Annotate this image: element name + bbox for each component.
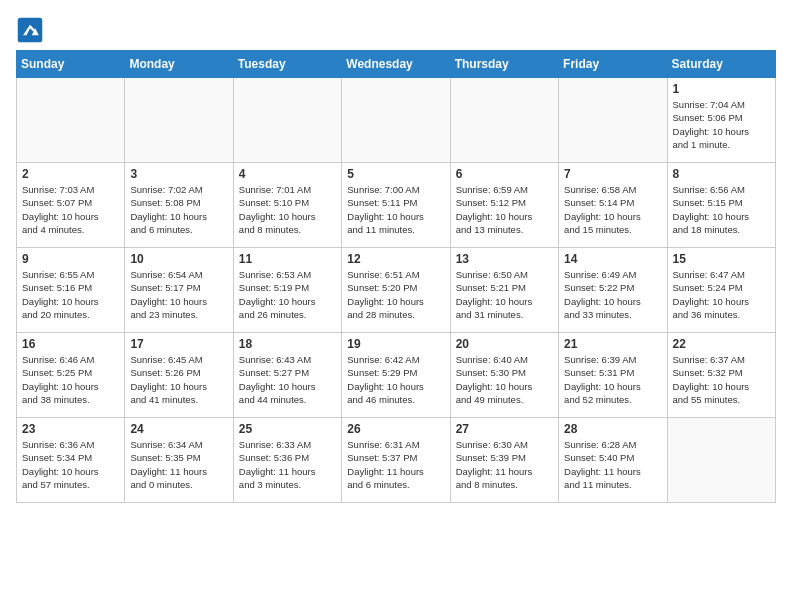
calendar-cell: 6Sunrise: 6:59 AMSunset: 5:12 PMDaylight… xyxy=(450,163,558,248)
day-number: 9 xyxy=(22,252,119,266)
day-number: 5 xyxy=(347,167,444,181)
day-number: 20 xyxy=(456,337,553,351)
day-info: Sunrise: 6:54 AMSunset: 5:17 PMDaylight:… xyxy=(130,268,227,321)
weekday-header-saturday: Saturday xyxy=(667,51,775,78)
calendar-cell: 21Sunrise: 6:39 AMSunset: 5:31 PMDayligh… xyxy=(559,333,667,418)
calendar-week-row: 9Sunrise: 6:55 AMSunset: 5:16 PMDaylight… xyxy=(17,248,776,333)
day-info: Sunrise: 6:40 AMSunset: 5:30 PMDaylight:… xyxy=(456,353,553,406)
day-number: 12 xyxy=(347,252,444,266)
calendar-cell xyxy=(17,78,125,163)
calendar-cell: 7Sunrise: 6:58 AMSunset: 5:14 PMDaylight… xyxy=(559,163,667,248)
calendar-cell: 5Sunrise: 7:00 AMSunset: 5:11 PMDaylight… xyxy=(342,163,450,248)
calendar-cell: 8Sunrise: 6:56 AMSunset: 5:15 PMDaylight… xyxy=(667,163,775,248)
day-number: 15 xyxy=(673,252,770,266)
day-info: Sunrise: 6:28 AMSunset: 5:40 PMDaylight:… xyxy=(564,438,661,491)
weekday-header-thursday: Thursday xyxy=(450,51,558,78)
calendar-cell xyxy=(450,78,558,163)
calendar-cell xyxy=(125,78,233,163)
day-info: Sunrise: 7:02 AMSunset: 5:08 PMDaylight:… xyxy=(130,183,227,236)
day-number: 27 xyxy=(456,422,553,436)
calendar-cell: 1Sunrise: 7:04 AMSunset: 5:06 PMDaylight… xyxy=(667,78,775,163)
day-info: Sunrise: 6:56 AMSunset: 5:15 PMDaylight:… xyxy=(673,183,770,236)
day-number: 14 xyxy=(564,252,661,266)
calendar-cell xyxy=(667,418,775,503)
day-number: 22 xyxy=(673,337,770,351)
day-number: 10 xyxy=(130,252,227,266)
weekday-header-wednesday: Wednesday xyxy=(342,51,450,78)
weekday-header-monday: Monday xyxy=(125,51,233,78)
day-number: 2 xyxy=(22,167,119,181)
day-info: Sunrise: 6:43 AMSunset: 5:27 PMDaylight:… xyxy=(239,353,336,406)
day-info: Sunrise: 6:53 AMSunset: 5:19 PMDaylight:… xyxy=(239,268,336,321)
calendar-cell: 11Sunrise: 6:53 AMSunset: 5:19 PMDayligh… xyxy=(233,248,341,333)
calendar-cell: 9Sunrise: 6:55 AMSunset: 5:16 PMDaylight… xyxy=(17,248,125,333)
calendar-cell: 3Sunrise: 7:02 AMSunset: 5:08 PMDaylight… xyxy=(125,163,233,248)
calendar-cell: 14Sunrise: 6:49 AMSunset: 5:22 PMDayligh… xyxy=(559,248,667,333)
logo-icon xyxy=(16,16,44,44)
day-info: Sunrise: 6:36 AMSunset: 5:34 PMDaylight:… xyxy=(22,438,119,491)
weekday-header-friday: Friday xyxy=(559,51,667,78)
calendar-cell: 12Sunrise: 6:51 AMSunset: 5:20 PMDayligh… xyxy=(342,248,450,333)
page-container: SundayMondayTuesdayWednesdayThursdayFrid… xyxy=(16,16,776,503)
day-info: Sunrise: 6:49 AMSunset: 5:22 PMDaylight:… xyxy=(564,268,661,321)
calendar-cell: 13Sunrise: 6:50 AMSunset: 5:21 PMDayligh… xyxy=(450,248,558,333)
calendar-cell: 2Sunrise: 7:03 AMSunset: 5:07 PMDaylight… xyxy=(17,163,125,248)
day-info: Sunrise: 7:03 AMSunset: 5:07 PMDaylight:… xyxy=(22,183,119,236)
day-info: Sunrise: 6:30 AMSunset: 5:39 PMDaylight:… xyxy=(456,438,553,491)
day-number: 3 xyxy=(130,167,227,181)
calendar-cell: 27Sunrise: 6:30 AMSunset: 5:39 PMDayligh… xyxy=(450,418,558,503)
day-number: 28 xyxy=(564,422,661,436)
calendar-cell: 25Sunrise: 6:33 AMSunset: 5:36 PMDayligh… xyxy=(233,418,341,503)
calendar-cell: 20Sunrise: 6:40 AMSunset: 5:30 PMDayligh… xyxy=(450,333,558,418)
calendar-cell: 19Sunrise: 6:42 AMSunset: 5:29 PMDayligh… xyxy=(342,333,450,418)
day-info: Sunrise: 6:33 AMSunset: 5:36 PMDaylight:… xyxy=(239,438,336,491)
calendar-cell: 4Sunrise: 7:01 AMSunset: 5:10 PMDaylight… xyxy=(233,163,341,248)
day-number: 26 xyxy=(347,422,444,436)
calendar-cell: 26Sunrise: 6:31 AMSunset: 5:37 PMDayligh… xyxy=(342,418,450,503)
day-number: 8 xyxy=(673,167,770,181)
calendar-table: SundayMondayTuesdayWednesdayThursdayFrid… xyxy=(16,50,776,503)
svg-rect-0 xyxy=(18,18,43,43)
day-info: Sunrise: 6:50 AMSunset: 5:21 PMDaylight:… xyxy=(456,268,553,321)
calendar-week-row: 2Sunrise: 7:03 AMSunset: 5:07 PMDaylight… xyxy=(17,163,776,248)
day-info: Sunrise: 6:58 AMSunset: 5:14 PMDaylight:… xyxy=(564,183,661,236)
calendar-week-row: 1Sunrise: 7:04 AMSunset: 5:06 PMDaylight… xyxy=(17,78,776,163)
day-info: Sunrise: 6:37 AMSunset: 5:32 PMDaylight:… xyxy=(673,353,770,406)
calendar-cell xyxy=(342,78,450,163)
weekday-header-tuesday: Tuesday xyxy=(233,51,341,78)
calendar-cell: 24Sunrise: 6:34 AMSunset: 5:35 PMDayligh… xyxy=(125,418,233,503)
day-number: 7 xyxy=(564,167,661,181)
day-number: 6 xyxy=(456,167,553,181)
day-number: 19 xyxy=(347,337,444,351)
logo xyxy=(16,16,48,44)
day-info: Sunrise: 6:45 AMSunset: 5:26 PMDaylight:… xyxy=(130,353,227,406)
day-number: 16 xyxy=(22,337,119,351)
day-info: Sunrise: 6:31 AMSunset: 5:37 PMDaylight:… xyxy=(347,438,444,491)
day-info: Sunrise: 6:47 AMSunset: 5:24 PMDaylight:… xyxy=(673,268,770,321)
calendar-cell: 15Sunrise: 6:47 AMSunset: 5:24 PMDayligh… xyxy=(667,248,775,333)
header xyxy=(16,16,776,44)
weekday-header-sunday: Sunday xyxy=(17,51,125,78)
calendar-cell: 22Sunrise: 6:37 AMSunset: 5:32 PMDayligh… xyxy=(667,333,775,418)
weekday-header-row: SundayMondayTuesdayWednesdayThursdayFrid… xyxy=(17,51,776,78)
calendar-week-row: 16Sunrise: 6:46 AMSunset: 5:25 PMDayligh… xyxy=(17,333,776,418)
day-number: 21 xyxy=(564,337,661,351)
day-info: Sunrise: 7:04 AMSunset: 5:06 PMDaylight:… xyxy=(673,98,770,151)
day-info: Sunrise: 6:39 AMSunset: 5:31 PMDaylight:… xyxy=(564,353,661,406)
day-info: Sunrise: 6:55 AMSunset: 5:16 PMDaylight:… xyxy=(22,268,119,321)
calendar-cell: 23Sunrise: 6:36 AMSunset: 5:34 PMDayligh… xyxy=(17,418,125,503)
calendar-cell: 28Sunrise: 6:28 AMSunset: 5:40 PMDayligh… xyxy=(559,418,667,503)
day-info: Sunrise: 6:59 AMSunset: 5:12 PMDaylight:… xyxy=(456,183,553,236)
calendar-cell xyxy=(559,78,667,163)
calendar-cell: 18Sunrise: 6:43 AMSunset: 5:27 PMDayligh… xyxy=(233,333,341,418)
day-info: Sunrise: 6:51 AMSunset: 5:20 PMDaylight:… xyxy=(347,268,444,321)
day-info: Sunrise: 6:46 AMSunset: 5:25 PMDaylight:… xyxy=(22,353,119,406)
calendar-cell: 17Sunrise: 6:45 AMSunset: 5:26 PMDayligh… xyxy=(125,333,233,418)
day-number: 24 xyxy=(130,422,227,436)
day-number: 18 xyxy=(239,337,336,351)
day-number: 13 xyxy=(456,252,553,266)
day-number: 4 xyxy=(239,167,336,181)
day-number: 11 xyxy=(239,252,336,266)
calendar-week-row: 23Sunrise: 6:36 AMSunset: 5:34 PMDayligh… xyxy=(17,418,776,503)
day-info: Sunrise: 7:00 AMSunset: 5:11 PMDaylight:… xyxy=(347,183,444,236)
